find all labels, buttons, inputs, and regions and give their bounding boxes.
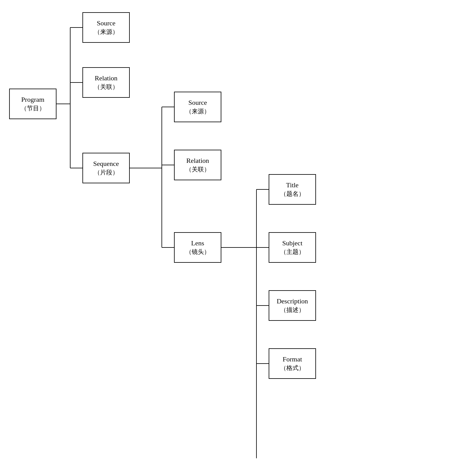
relation1-label-zh: （关联） (94, 83, 118, 91)
title-label-en: Title (286, 181, 299, 189)
source2-node: Source （来源） (174, 92, 221, 122)
format-node: Format （格式） (269, 348, 316, 379)
sequence-label-en: Sequence (93, 160, 119, 168)
lens-node: Lens （镜头） (174, 232, 221, 263)
title-label-zh: （题名） (280, 190, 305, 198)
description-node: Description （描述） (269, 290, 316, 321)
program-label-en: Program (21, 96, 45, 104)
subject-label-zh: （主题） (280, 248, 305, 256)
lens-label-zh: （镜头） (186, 248, 210, 256)
description-label-en: Description (277, 297, 308, 305)
relation2-label-en: Relation (186, 157, 209, 165)
source1-node: Source （来源） (82, 12, 130, 43)
format-label-en: Format (283, 355, 302, 363)
sequence-label-zh: （片段） (94, 168, 118, 177)
subject-label-en: Subject (282, 239, 303, 247)
source2-label-en: Source (188, 99, 207, 107)
program-node: Program （节目） (9, 89, 56, 119)
diagram-svg (0, 0, 461, 476)
description-label-zh: （描述） (280, 306, 305, 314)
sequence-node: Sequence （片段） (82, 153, 130, 183)
relation1-label-en: Relation (95, 74, 118, 82)
diagram-container: Program （节目） Source （来源） Relation （关联） S… (0, 0, 461, 476)
relation2-node: Relation （关联） (174, 150, 221, 180)
program-label-zh: （节目） (21, 104, 45, 112)
format-label-zh: （格式） (280, 364, 305, 372)
source1-label-zh: （来源） (94, 28, 118, 36)
subject-node: Subject （主题） (269, 232, 316, 263)
relation1-node: Relation （关联） (82, 67, 130, 98)
source2-label-zh: （来源） (186, 107, 210, 115)
lens-label-en: Lens (191, 239, 204, 247)
relation2-label-zh: （关联） (186, 165, 210, 174)
source1-label-en: Source (97, 19, 115, 27)
title-node: Title （题名） (269, 174, 316, 205)
